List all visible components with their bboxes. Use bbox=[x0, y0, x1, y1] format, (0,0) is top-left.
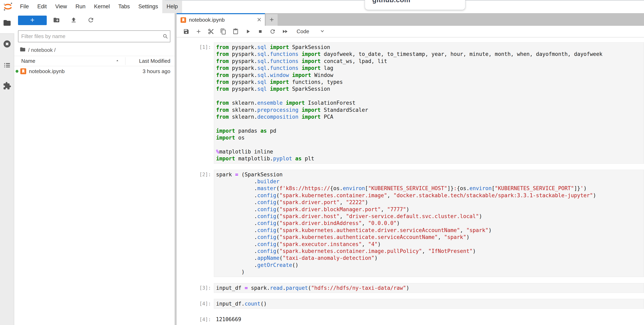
file-filter-box bbox=[18, 30, 170, 42]
cell-editor[interactable]: input_df = spark.read.parquet("hdfs://hd… bbox=[214, 283, 644, 293]
sidebar-item-running-sessions[interactable] bbox=[3, 40, 12, 49]
sidebar-strip-background bbox=[0, 34, 14, 325]
menu-item-kernel[interactable]: Kernel bbox=[90, 0, 114, 13]
panel-splitter[interactable] bbox=[174, 13, 177, 325]
code-line: from pyspark.sql.functions import concat… bbox=[216, 58, 644, 65]
cell-prompt: [3]: bbox=[177, 283, 214, 293]
new-launcher-button[interactable] bbox=[18, 16, 47, 25]
cell-type-dropdown[interactable]: Code bbox=[296, 28, 309, 35]
breadcrumb[interactable]: / notebook / bbox=[20, 46, 56, 54]
menu-items: FileEditViewRunKernelTabsSettingsHelp bbox=[16, 0, 182, 13]
cell-prompt: [1]: bbox=[177, 42, 214, 164]
add-icon[interactable] bbox=[195, 28, 202, 35]
puzzle-icon bbox=[3, 82, 11, 91]
menu-item-view[interactable]: View bbox=[51, 0, 71, 13]
list-icon bbox=[3, 61, 11, 70]
code-line: .appName("taxi-data-anomaly-detection") bbox=[216, 254, 644, 261]
notebook-file-icon bbox=[20, 68, 26, 75]
column-header-modified[interactable]: Last Modified bbox=[126, 58, 174, 64]
browser-popup-text: github.com bbox=[372, 0, 465, 4]
menu-bar: FileEditViewRunKernelTabsSettingsHelp bbox=[0, 0, 644, 13]
refresh-file-list-button[interactable] bbox=[86, 16, 96, 25]
notebook-toolbar: Code bbox=[177, 26, 644, 38]
file-name: notebook.ipynb bbox=[29, 68, 64, 75]
refresh-icon bbox=[88, 17, 94, 24]
code-line: %matplotlib inline bbox=[216, 148, 644, 155]
code-line: .config("spark.kubernetes.authenticate.d… bbox=[216, 227, 644, 234]
file-row-notebook[interactable]: notebook.ipynb 3 hours ago bbox=[14, 66, 174, 76]
code-line: from sklearn.preprocessing import Standa… bbox=[216, 107, 644, 113]
code-line: from pyspark.sql.functions import lag bbox=[216, 65, 644, 72]
cut-icon[interactable] bbox=[208, 28, 214, 35]
code-line: .config("spark.driver.bindAddress", "0.0… bbox=[216, 220, 644, 227]
menu-item-edit[interactable]: Edit bbox=[33, 0, 51, 13]
code-line: .builder bbox=[216, 178, 644, 185]
code-line: from pyspark.sql import SparkSession bbox=[216, 86, 644, 92]
stop-icon[interactable] bbox=[257, 28, 264, 35]
dock-tab-bar: notebook.ipynb bbox=[177, 13, 644, 26]
sidebar-item-table-of-contents[interactable] bbox=[3, 61, 12, 70]
save-icon[interactable] bbox=[183, 28, 190, 35]
jupyter-logo-icon bbox=[0, 0, 16, 13]
output-prompt: [4]: bbox=[177, 315, 214, 324]
menu-item-tabs[interactable]: Tabs bbox=[114, 0, 134, 13]
code-line: input_df = spark.read.parquet("hdfs://hd… bbox=[216, 284, 644, 291]
menu-item-settings[interactable]: Settings bbox=[134, 0, 162, 13]
chevron-down-icon[interactable] bbox=[320, 28, 325, 35]
code-cell: [2]:spark = (SparkSession .builder .mast… bbox=[177, 170, 644, 277]
code-line: .config("spark.driver.host", "driver-ser… bbox=[216, 213, 644, 220]
code-line: from sklearn.decomposition import PCA bbox=[216, 113, 644, 120]
code-line: .config("spark.kubernetes.container.imag… bbox=[216, 192, 644, 199]
code-line: ) bbox=[216, 268, 644, 275]
sidebar-item-extension-manager[interactable] bbox=[3, 82, 12, 91]
file-list-header: Name Last Modified bbox=[14, 56, 174, 66]
upload-icon bbox=[70, 17, 77, 24]
file-filter-input[interactable] bbox=[18, 33, 161, 40]
fast-forward-icon[interactable] bbox=[282, 28, 288, 35]
cell-editor[interactable]: from pyspark.sql import SparkSessionfrom… bbox=[214, 42, 644, 164]
code-line: .config("spark.driver.blockManager.port"… bbox=[216, 206, 644, 213]
code-line: from pyspark.sql.window import Window bbox=[216, 72, 644, 79]
cell-prompt: [2]: bbox=[177, 170, 214, 277]
paste-icon[interactable] bbox=[232, 28, 239, 35]
close-tab-icon[interactable] bbox=[256, 17, 262, 23]
upload-button[interactable] bbox=[69, 16, 78, 25]
code-cell: [4]:input_df.count() bbox=[177, 299, 644, 308]
code-line: from pyspark.sql import functions, types bbox=[216, 79, 644, 86]
search-icon bbox=[161, 34, 170, 40]
restart-icon[interactable] bbox=[269, 28, 276, 35]
notebook-file-icon bbox=[180, 17, 186, 23]
new-tab-button[interactable] bbox=[266, 14, 278, 26]
cell-prompt: [4]: bbox=[177, 299, 214, 308]
code-line: .config("spark.executor.instances", "4") bbox=[216, 241, 644, 248]
menu-item-run[interactable]: Run bbox=[71, 0, 90, 13]
cell-editor[interactable]: input_df.count() bbox=[214, 299, 644, 308]
column-header-name[interactable]: Name bbox=[14, 58, 35, 64]
sort-caret-up-icon[interactable] bbox=[115, 58, 120, 64]
output-area: [4]:12106669 bbox=[177, 315, 644, 324]
cell-editor[interactable]: spark = (SparkSession .builder .master(f… bbox=[214, 170, 644, 277]
sidebar-item-file-browser[interactable] bbox=[0, 13, 14, 34]
copy-icon[interactable] bbox=[220, 28, 226, 35]
code-line: from pyspark.sql import SparkSession bbox=[216, 44, 644, 51]
tab-notebook[interactable]: notebook.ipynb bbox=[177, 13, 265, 26]
code-line: .getOrCreate() bbox=[216, 262, 644, 268]
toolbar-buttons bbox=[183, 28, 294, 35]
code-line: import pandas as pd bbox=[216, 127, 644, 134]
code-line bbox=[216, 120, 644, 127]
code-line: from pyspark.sql.functions import dayofw… bbox=[216, 51, 644, 58]
run-icon[interactable] bbox=[244, 28, 251, 35]
menu-item-file[interactable]: File bbox=[16, 0, 33, 13]
menu-item-help[interactable]: Help bbox=[162, 0, 182, 13]
breadcrumb-path: / notebook / bbox=[28, 47, 56, 53]
jupyterlab-window: FileEditViewRunKernelTabsSettingsHelp gi… bbox=[0, 0, 644, 325]
new-folder-button[interactable] bbox=[52, 16, 61, 25]
code-line: .master(f'k8s://https://{os.environ["KUB… bbox=[216, 185, 644, 192]
folder-icon bbox=[20, 46, 28, 54]
code-cell: [1]:from pyspark.sql import SparkSession… bbox=[177, 42, 644, 164]
code-line: .config("spark.driver.port", "2222") bbox=[216, 199, 644, 206]
add-icon bbox=[269, 17, 275, 24]
tab-title: notebook.ipynb bbox=[189, 17, 256, 23]
code-line: import matplotlib.pyplot as plt bbox=[216, 155, 644, 162]
code-line: .config("spark.kubernetes.authenticate.s… bbox=[216, 234, 644, 241]
